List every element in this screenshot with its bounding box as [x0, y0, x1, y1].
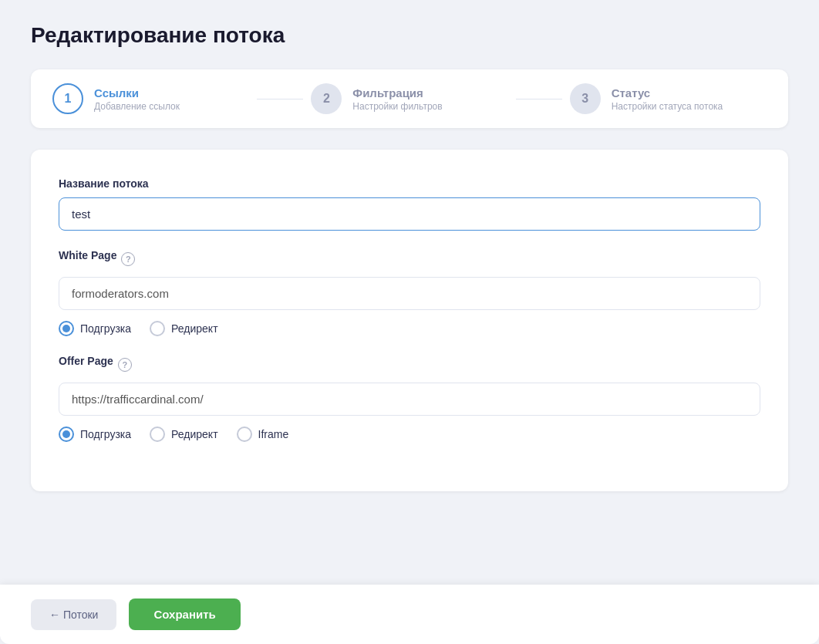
step-2[interactable]: 2 Фильтрация Настройки фильтров [311, 83, 507, 114]
step-1-info: Ссылки Добавление ссылок [94, 86, 180, 112]
white-page-help-icon[interactable]: ? [121, 252, 135, 266]
steps-bar: 1 Ссылки Добавление ссылок 2 Фильтрация … [31, 69, 788, 128]
step-2-subtitle: Настройки фильтров [352, 101, 442, 112]
step-3-info: Статус Настройки статуса потока [612, 86, 723, 112]
offer-page-label: Offer Page [59, 355, 113, 367]
offer-page-radio-podgruzka[interactable]: Подгрузка [59, 427, 131, 442]
step-1-title: Ссылки [94, 86, 180, 99]
white-page-radio-podgruzka[interactable]: Подгрузка [59, 321, 131, 336]
back-button[interactable]: ← Потоки [31, 599, 116, 630]
stream-name-label: Название потока [59, 177, 760, 190]
white-page-section: White Page ? Подгрузка Редирект [59, 249, 760, 336]
white-page-radio-podgruzka-label: Подгрузка [80, 322, 131, 335]
white-page-input[interactable] [59, 277, 760, 310]
offer-page-radio-group: Подгрузка Редирект Iframe [59, 427, 760, 442]
stream-name-input[interactable] [59, 197, 760, 231]
offer-page-radio-iframe-label: Iframe [258, 428, 289, 440]
step-divider-2 [516, 99, 562, 99]
white-page-radio-redirect[interactable]: Редирект [150, 321, 217, 336]
white-page-radio-redirect-btn[interactable] [150, 321, 165, 336]
offer-page-radio-redirect[interactable]: Редирект [150, 427, 217, 442]
page-title: Редактирование потока [31, 23, 788, 48]
offer-page-label-row: Offer Page ? [59, 355, 760, 375]
white-page-radio-group: Подгрузка Редирект [59, 321, 760, 336]
offer-page-radio-redirect-btn[interactable] [150, 427, 165, 442]
step-2-title: Фильтрация [352, 86, 442, 99]
offer-page-radio-podgruzka-btn[interactable] [59, 427, 74, 442]
offer-page-radio-iframe[interactable]: Iframe [237, 427, 289, 442]
step-1[interactable]: 1 Ссылки Добавление ссылок [52, 83, 249, 114]
step-3-title: Статус [612, 86, 723, 99]
step-divider-1 [257, 99, 303, 99]
step-3[interactable]: 3 Статус Настройки статуса потока [570, 83, 767, 114]
save-button[interactable]: Сохранить [129, 598, 240, 630]
step-2-circle: 2 [311, 83, 342, 114]
white-page-label-row: White Page ? [59, 249, 760, 269]
white-page-radio-redirect-label: Редирект [171, 322, 217, 335]
offer-page-radio-iframe-btn[interactable] [237, 427, 252, 442]
stream-name-section: Название потока [59, 177, 760, 231]
step-2-info: Фильтрация Настройки фильтров [352, 86, 442, 112]
step-3-subtitle: Настройки статуса потока [612, 101, 723, 112]
form-card: Название потока White Page ? Подгрузка Р… [31, 150, 788, 491]
offer-page-radio-podgruzka-label: Подгрузка [80, 428, 131, 440]
step-1-circle: 1 [52, 83, 83, 114]
offer-page-section: Offer Page ? Подгрузка Редирект Iframe [59, 355, 760, 442]
offer-page-radio-redirect-label: Редирект [171, 428, 217, 440]
offer-page-help-icon[interactable]: ? [118, 358, 132, 372]
step-3-circle: 3 [570, 83, 601, 114]
footer-bar: ← Потоки Сохранить [0, 585, 819, 644]
white-page-radio-podgruzka-btn[interactable] [59, 321, 74, 336]
white-page-label: White Page [59, 249, 116, 261]
step-1-subtitle: Добавление ссылок [94, 101, 180, 112]
offer-page-input[interactable] [59, 383, 760, 416]
